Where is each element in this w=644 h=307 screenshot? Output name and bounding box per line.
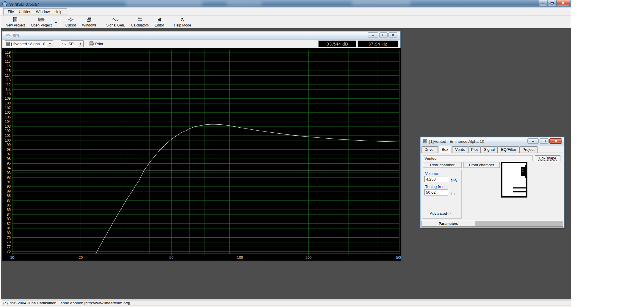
close-button[interactable] [557, 0, 570, 6]
vented-titlebar[interactable]: [1]Vented : Eminence Alpha 10 [421, 137, 564, 145]
print-button[interactable]: Print [89, 40, 103, 47]
help-mode-button[interactable]: ? Help Mode [171, 16, 194, 28]
main-toolbar: New Project Open Project ▼ Cursor [0, 16, 571, 28]
spl-restore-button[interactable] [379, 32, 388, 38]
screen: WINISD WinISD 0.50a7 [0, 0, 644, 307]
box-type-field[interactable]: Vented [423, 155, 533, 161]
svg-text:116: 116 [5, 64, 11, 68]
volume-label: Volume: [425, 171, 439, 176]
spl-chart[interactable]: 7677787980818283848586878889909192939495… [2, 48, 401, 261]
close-icon [562, 1, 565, 5]
svg-text:103: 103 [5, 124, 11, 129]
menu-file[interactable]: File [5, 9, 16, 15]
svg-text:87: 87 [7, 198, 11, 203]
svg-text:97: 97 [7, 152, 11, 156]
mdi-client-area: SPL [1, 28, 571, 301]
calculators-icon [137, 17, 143, 23]
tab-signal[interactable]: Signal [481, 146, 498, 153]
parameters-bar[interactable]: Parameters [422, 221, 563, 227]
titlebar-glass-artifact [125, 1, 203, 6]
spl-minimize-button[interactable] [368, 32, 378, 38]
spl-window-title: SPL [12, 33, 20, 38]
svg-text:119: 119 [5, 50, 11, 54]
tab-vents[interactable]: Vents [452, 146, 468, 153]
open-project-icon [38, 17, 45, 23]
signal-gen-button[interactable]: Signal Gen. [103, 16, 128, 28]
spl-window: SPL [2, 31, 400, 260]
rear-chamber-button[interactable]: Rear chamber [423, 162, 462, 168]
svg-text:500: 500 [396, 256, 401, 260]
spl-plot-area[interactable]: 7677787980818283848586878889909192939495… [2, 48, 401, 261]
tab-eq-filter[interactable]: EQ/Filter [498, 146, 519, 153]
box-shape-button[interactable]: Box shape [535, 155, 560, 161]
svg-text:98: 98 [7, 148, 11, 152]
close-icon [391, 34, 394, 37]
chevron-down-icon[interactable]: ▼ [47, 41, 53, 47]
svg-text:83: 83 [7, 217, 11, 221]
svg-text:108: 108 [5, 101, 11, 105]
svg-text:100: 100 [237, 256, 243, 260]
windows-button[interactable]: Windows [79, 16, 100, 28]
minimize-button[interactable] [539, 0, 547, 6]
restore-icon [543, 140, 546, 142]
svg-text:81: 81 [7, 226, 11, 230]
svg-text:82: 82 [7, 222, 11, 226]
restore-icon [382, 34, 385, 37]
front-chamber-button[interactable]: Front chamber [463, 162, 500, 168]
toolbar-separator [60, 17, 61, 27]
vented-close-button[interactable] [549, 138, 562, 144]
svg-text:104: 104 [5, 120, 11, 124]
new-project-button[interactable]: New Project [3, 16, 28, 28]
main-window-title: WinISD 0.50a7 [9, 1, 39, 7]
chevron-down-icon[interactable]: ▼ [78, 41, 83, 47]
spl-titlebar[interactable]: SPL [2, 32, 400, 40]
svg-text:93: 93 [7, 171, 11, 175]
calculators-button[interactable]: Calculators [128, 16, 152, 28]
menu-utilities[interactable]: Utilities [16, 9, 34, 15]
spl-close-button[interactable] [388, 32, 397, 38]
menu-help[interactable]: Help [52, 9, 65, 15]
main-titlebar[interactable]: WINISD WinISD 0.50a7 [0, 0, 571, 7]
graph-type-combobox[interactable]: SPL ▼ [61, 40, 84, 47]
vented-restore-button[interactable] [540, 138, 549, 144]
box-tab-content: Vented Box shape Rear chamber Front cham… [422, 153, 563, 220]
vented-minimize-button[interactable] [527, 138, 539, 144]
main-caption-buttons [538, 0, 570, 6]
svg-text:10: 10 [10, 256, 14, 260]
menubar-grip[interactable] [1, 9, 2, 14]
svg-text:20: 20 [79, 256, 83, 260]
svg-text:117: 117 [5, 59, 11, 64]
svg-text:90: 90 [7, 184, 11, 189]
windows-icon [87, 17, 92, 23]
tab-plot[interactable]: Plot [468, 146, 481, 153]
svg-text:88: 88 [7, 194, 11, 198]
advanced-button[interactable]: Advanced-> [430, 211, 451, 216]
main-statusbar: (c)1996-2004 Juha Hartikainen, Janne Aho… [1, 300, 571, 306]
project-selector-combobox[interactable]: [1]vented : Alpha 10 ▼ [5, 40, 53, 47]
tuning-freq-input[interactable] [424, 189, 448, 195]
sine-wave-icon [62, 42, 67, 46]
vented-caption-buttons [527, 138, 562, 144]
open-project-button[interactable]: Open Project [28, 16, 55, 28]
parameters-header[interactable]: Parameters [422, 221, 475, 226]
restore-button[interactable] [548, 0, 556, 6]
winisd-main-window: WINISD WinISD 0.50a7 [0, 0, 571, 307]
menu-window[interactable]: Window [34, 9, 52, 15]
cursor-button[interactable]: Cursor [62, 16, 79, 28]
tab-driver[interactable]: Driver [422, 146, 438, 153]
cursor-db-readout: 93.544 dB [318, 40, 356, 47]
spl-caption-buttons [367, 32, 397, 38]
svg-text:111: 111 [5, 87, 11, 91]
svg-text:101: 101 [5, 134, 11, 138]
svg-text:109: 109 [5, 96, 11, 101]
volume-unit: ft^3 [451, 178, 457, 183]
svg-text:200: 200 [305, 256, 311, 260]
tab-project[interactable]: Project [519, 146, 537, 153]
svg-text:107: 107 [5, 106, 11, 110]
editor-button[interactable]: Editor [152, 16, 167, 28]
svg-text:96: 96 [7, 157, 11, 161]
volume-input[interactable] [424, 176, 448, 182]
open-project-dropdown[interactable]: ▼ [55, 16, 59, 28]
svg-text:99: 99 [7, 143, 11, 147]
tab-box[interactable]: Box [438, 146, 452, 153]
